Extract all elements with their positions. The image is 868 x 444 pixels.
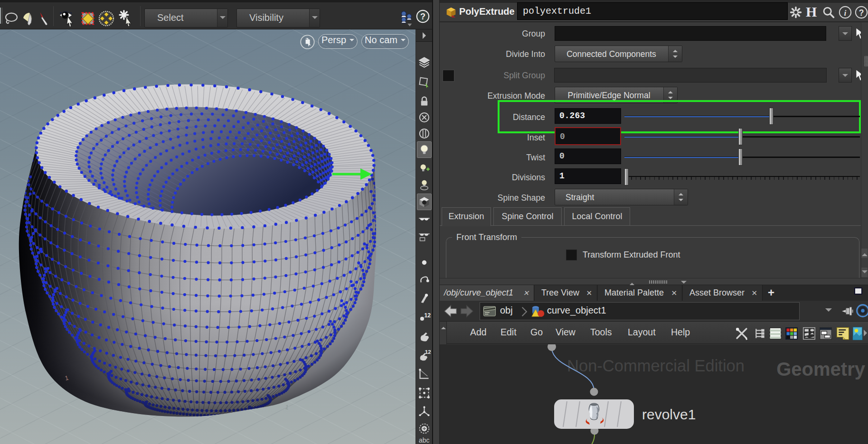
svg-text:?: ? (420, 12, 425, 21)
svg-text:Non-Commercial Edition: Non-Commercial Edition (567, 357, 745, 375)
svg-text:i: i (844, 8, 847, 18)
svg-text:?: ? (859, 8, 864, 18)
svg-text:12: 12 (425, 349, 431, 355)
svg-text:1: 1 (284, 403, 289, 411)
svg-text:Geometry: Geometry (776, 359, 865, 379)
svg-text:12: 12 (425, 312, 431, 319)
svg-text:revolve1: revolve1 (642, 407, 696, 422)
